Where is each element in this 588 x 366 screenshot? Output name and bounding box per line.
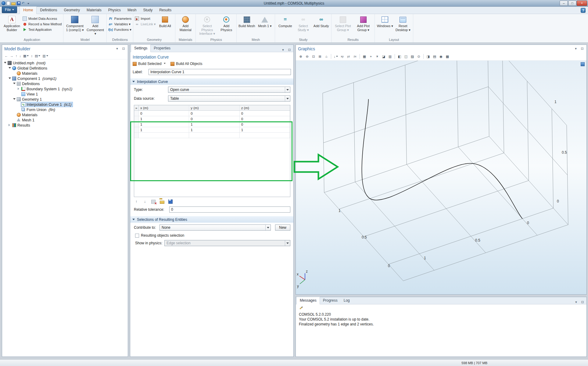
tab-geometry[interactable]: Geometry <box>60 7 83 14</box>
select-plot-group-button[interactable]: Select Plot Group ▾ <box>333 15 353 38</box>
go-back-icon[interactable]: ← <box>5 54 8 58</box>
plot-settings-icon[interactable]: ▤ <box>432 54 438 59</box>
type-select[interactable]: Open curve <box>168 87 290 93</box>
tree-expand-arrow[interactable] <box>9 77 12 81</box>
section-interpolation-curve[interactable]: Interpolation Curve <box>130 78 293 85</box>
mesh-1-button[interactable]: Mesh 1 ▾ <box>256 15 273 38</box>
panel-menu-icon[interactable]: ▾ <box>115 47 119 51</box>
tree-collapse-arrow[interactable] <box>18 87 21 91</box>
component-1-button[interactable]: Component 1 (comp1) ▾ <box>65 15 84 38</box>
tree-expand-arrow[interactable] <box>13 97 16 102</box>
show-options-icon[interactable]: ▦ <box>23 54 29 58</box>
add-study-button[interactable]: ∞ Add Study <box>313 15 330 38</box>
view-xy-plane-icon[interactable]: xy <box>339 54 345 59</box>
tree-item-materials-global[interactable]: Materials <box>2 71 128 76</box>
cell-x[interactable] <box>139 133 189 138</box>
panel-menu-icon[interactable]: ▾ <box>574 300 578 304</box>
panel-pin-icon[interactable]: ⊡ <box>580 47 584 51</box>
split-window-icon[interactable]: ◨ <box>425 54 431 59</box>
column-header-z[interactable]: z (m) <box>240 105 290 111</box>
cell-x[interactable]: 0 <box>139 111 189 116</box>
cell-x[interactable]: 1 <box>139 127 189 133</box>
minimize-button[interactable]: – <box>560 1 568 6</box>
hide-selected-icon[interactable]: ◫ <box>403 54 409 59</box>
data-source-select[interactable]: Table <box>168 95 290 102</box>
tree-item-global-definitions[interactable]: Global Definitions <box>2 66 128 71</box>
close-button[interactable]: × <box>577 1 587 6</box>
cell-z[interactable]: 1 <box>240 127 290 133</box>
add-plot-group-button[interactable]: Add Plot Group ▾ <box>353 15 373 38</box>
cell-y[interactable]: 0 <box>189 111 239 116</box>
cell-z[interactable]: 0 <box>240 122 290 127</box>
interpolation-curve-geometry[interactable] <box>362 99 522 219</box>
select-physics-interface-button[interactable]: Select Physics Interface ▾ <box>197 15 217 38</box>
go-forward-icon[interactable]: → <box>10 54 13 58</box>
compute-button[interactable]: = Compute <box>277 15 294 38</box>
save-file-icon[interactable] <box>17 2 20 5</box>
tree-item-form-union[interactable]: Form Union(fin) <box>2 107 128 112</box>
import-button[interactable]: Import <box>135 16 156 21</box>
record-method-button[interactable]: Record a New Method <box>23 22 62 26</box>
go-to-default-3d-view-icon[interactable]: ⌂ <box>323 54 329 59</box>
zoom-extents-icon[interactable]: ⊡ <box>310 54 317 59</box>
scene-light-icon[interactable]: ☀ <box>374 54 380 59</box>
windows-button[interactable]: Windows ▾ <box>376 15 393 38</box>
tab-messages[interactable]: Messages <box>296 297 320 304</box>
build-all-button[interactable]: Build All <box>156 15 174 38</box>
variables-button[interactable]: a= Variables ▾ <box>108 22 131 26</box>
tab-settings[interactable]: Settings <box>131 45 151 52</box>
cell-x[interactable]: 1 <box>139 116 189 122</box>
cell-x[interactable]: 1 <box>139 122 189 127</box>
toolbar-overflow-icon[interactable]: ▥ <box>42 54 48 58</box>
image-snapshot-icon[interactable]: ◉ <box>438 54 444 59</box>
tree-item-root[interactable]: Untitled.mph(root) <box>2 60 128 66</box>
reset-desktop-button[interactable]: Reset Desktop ▾ <box>394 15 411 38</box>
tree-item-mesh-1[interactable]: Mesh 1 <box>2 117 128 123</box>
relative-tolerance-input[interactable] <box>169 206 290 213</box>
select-study-button[interactable]: ∞ Select Study ▾ <box>295 15 312 38</box>
load-from-file-icon[interactable] <box>160 201 164 204</box>
cell-y[interactable] <box>189 133 239 138</box>
functions-button[interactable]: f(x) Functions ▾ <box>108 27 131 32</box>
build-all-objects-button[interactable]: Build All Objects <box>170 62 203 66</box>
test-application-button[interactable]: Test Application <box>23 27 62 32</box>
panel-menu-icon[interactable]: ▾ <box>574 47 578 51</box>
move-down-icon[interactable]: ↓ <box>20 54 21 58</box>
view-zx-plane-icon[interactable]: zx <box>352 54 358 59</box>
panel-pin-icon[interactable]: ⊡ <box>287 48 292 52</box>
zoom-selected-icon[interactable]: ⊙ <box>416 54 422 59</box>
tree-item-boundary-system-1[interactable]: Boundary System 1(sys1) <box>2 86 128 92</box>
tab-definitions[interactable]: Definitions <box>37 7 60 14</box>
tree-item-component-1[interactable]: Component 1(comp1) <box>2 76 128 81</box>
livelink-button[interactable]: ∞ LiveLink ▾ <box>135 22 156 26</box>
new-file-icon[interactable] <box>7 1 10 5</box>
add-physics-button[interactable]: Add Physics <box>218 15 235 38</box>
clear-table-icon[interactable] <box>151 200 156 204</box>
tab-home[interactable]: Home <box>20 6 37 14</box>
tab-physics[interactable]: Physics <box>105 7 124 14</box>
tab-progress[interactable]: Progress <box>320 297 341 304</box>
transparency-icon[interactable]: ◪ <box>381 54 387 59</box>
move-up-icon[interactable]: ↑ <box>16 54 17 58</box>
select-entities-icon[interactable]: ◧ <box>396 54 403 59</box>
model-data-access-button[interactable]: Model Data Access <box>23 16 62 21</box>
tree-expand-arrow[interactable] <box>13 82 16 86</box>
add-component-button[interactable]: Add Component ▾ <box>85 15 105 38</box>
view-unhide-all-icon[interactable]: ▨ <box>409 54 415 59</box>
zoom-out-icon[interactable]: ⊖ <box>304 54 310 59</box>
tab-properties[interactable]: Properties <box>151 45 174 52</box>
view-yz-plane-icon[interactable]: yz <box>346 54 352 59</box>
tree-expand-arrow[interactable] <box>4 61 7 65</box>
move-up-icon[interactable]: ↑ <box>134 199 139 204</box>
column-header-x[interactable]: x (m) <box>139 105 189 111</box>
build-mesh-button[interactable]: Build Mesh <box>238 15 255 38</box>
model-tree-node-text-icon[interactable]: ▤ <box>35 54 40 58</box>
label-input[interactable] <box>149 69 291 75</box>
section-selections-of-resulting-entities[interactable]: Selections of Resulting Entities <box>130 216 293 223</box>
print-icon[interactable]: ▩ <box>444 54 450 59</box>
tab-log[interactable]: Log <box>341 297 353 304</box>
cell-z[interactable] <box>240 133 290 138</box>
panel-pin-icon[interactable]: ⊡ <box>121 47 126 51</box>
column-header-y[interactable]: y (m) <box>189 105 239 111</box>
tree-item-interpolation-curve-1[interactable]: ∿Interpolation Curve 1(ic1) <box>2 102 128 107</box>
